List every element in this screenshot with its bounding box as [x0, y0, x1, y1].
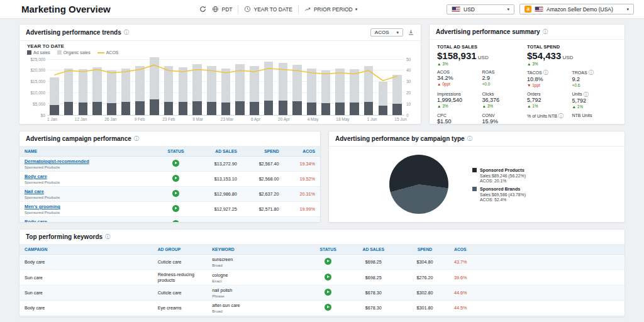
status-cell: [158, 157, 194, 172]
trend-chart: $25,000$20,000$15,000$10,000$5,000$0 504…: [19, 55, 421, 116]
summary-metric: Unitsⓘ5,792▲ 1%: [572, 92, 618, 109]
x-axis-tick-label: 20 Apr: [278, 117, 290, 121]
acos-cell: 40.1%: [449, 316, 625, 317]
download-icon[interactable]: [408, 29, 414, 36]
info-icon[interactable]: ⓘ: [134, 136, 140, 142]
column-header[interactable]: SPEND: [242, 147, 284, 157]
keywords-table: CAMPAIGNAD GROUPKEYWORDSTATUSAD SALESSPE…: [19, 245, 625, 316]
column-header[interactable]: SPEND: [401, 245, 449, 255]
keywords-card: Top performing keywords ⓘ CAMPAIGNAD GRO…: [19, 229, 625, 317]
currency-value: USD: [464, 6, 475, 13]
campaign-type-label: Sponsored Products: [25, 210, 153, 214]
divider: [238, 5, 238, 13]
info-icon[interactable]: ⓘ: [105, 234, 111, 240]
legend-sales: Sales:$89,246 (56.22%): [480, 174, 526, 178]
row-1: Advertising performance trends ⓘ ACOS ▾ …: [19, 24, 625, 125]
refresh-button[interactable]: [199, 6, 206, 13]
status-enabled-icon: [172, 190, 179, 197]
divider: [298, 5, 299, 13]
y-axis-tick-label: $25,000: [31, 57, 46, 62]
campaign-link[interactable]: Body care: [25, 174, 47, 179]
metric-select-value: ACOS: [375, 30, 389, 35]
chart-legend: Ad salesOrganic salesACOS: [27, 50, 413, 55]
column-header[interactable]: STATUS: [310, 245, 347, 255]
legend-acos: ACOS: 20.1%: [480, 179, 526, 183]
keyword-cell: cologneExact: [207, 270, 310, 286]
acos-cell: 44.6%: [449, 286, 625, 301]
status-cell: [310, 270, 347, 286]
metric-delta: +0.0: [482, 82, 528, 86]
summary-metric: TACOSⓘ10.8%▼ 1ppt: [527, 70, 572, 87]
metric-label: NTB Units: [572, 113, 618, 118]
info-icon[interactable]: ⓘ: [543, 29, 548, 35]
acos-cell: 20.31%: [284, 187, 320, 202]
column-header[interactable]: ACOS: [449, 245, 625, 255]
spend-cell: $2,568.00: [242, 172, 284, 187]
timezone-control[interactable]: PDT: [212, 6, 232, 13]
status-enabled-icon: [325, 304, 331, 311]
column-header[interactable]: STATUS: [158, 147, 194, 157]
metric-value: 2.9: [482, 75, 528, 81]
metric-label: ACOS: [437, 70, 482, 74]
account-select[interactable]: a Amazon Seller Demo (USA) ▾: [519, 4, 634, 14]
acos-cell: 19.99%: [284, 202, 320, 217]
y-axis-tick-label: 0: [406, 113, 409, 118]
chart-period-label: YEAR TO DATE: [27, 43, 413, 49]
status-enabled-icon: [172, 205, 179, 212]
metric-delta: ▲ 1%: [527, 104, 572, 108]
match-type-label: Phrase: [212, 294, 305, 298]
y-axis-left: $25,000$20,000$15,000$10,000$5,000$0: [26, 57, 47, 116]
info-icon[interactable]: ⓘ: [543, 70, 549, 75]
card-title: Advertising performance summary: [436, 28, 540, 35]
legend-name: Sponsored Brands: [480, 186, 526, 192]
status-cell: [310, 316, 347, 317]
match-type-label: Exact: [212, 279, 305, 283]
metric-value: 5,792: [527, 97, 572, 103]
campaign-row: Dermatologist-recommendedSponsored Produ…: [19, 157, 320, 172]
x-axis-tick-label: 15 Jun: [394, 117, 407, 121]
metric-select[interactable]: ACOS ▾: [370, 28, 403, 36]
column-header[interactable]: AD GROUP: [153, 245, 208, 255]
campaign-cell: Body care: [19, 301, 153, 316]
currency-select[interactable]: USD ▾: [447, 4, 514, 14]
metric-value: 5,792: [572, 97, 618, 104]
account-value: Amazon Seller Demo (USA): [547, 6, 613, 13]
column-header[interactable]: ACOS: [284, 147, 320, 157]
metric-delta: ▼ 1ppt: [527, 83, 572, 87]
column-header[interactable]: AD SALES: [194, 147, 242, 157]
column-header[interactable]: CAMPAIGN: [19, 245, 153, 255]
comparison-select[interactable]: PRIOR PERIOD ▾: [304, 6, 357, 13]
summary-big-metric: TOTAL SPEND$54,433 USD▲ 3%: [527, 44, 617, 66]
legend-item: Ad sales: [27, 50, 50, 55]
status-cell: [310, 255, 347, 270]
x-axis-tick-label: 18 May: [336, 117, 349, 121]
legend-item: ACOS: [97, 50, 119, 55]
keyword-text: cologne: [212, 272, 305, 278]
status-enabled-icon: [325, 289, 331, 296]
campaign-link[interactable]: Men's grooming: [25, 204, 60, 209]
metric-value: [527, 119, 572, 125]
campaign-row: Body careSponsored Products$13,153.10$2,…: [19, 172, 320, 187]
status-cell: [310, 301, 347, 316]
date-range-label: YEAR TO DATE: [253, 6, 292, 13]
info-icon[interactable]: ⓘ: [558, 113, 564, 119]
metric-value: $54,433 USD: [527, 50, 617, 61]
acos-cell: 19.34%: [284, 157, 320, 172]
campaign-link[interactable]: Body care: [25, 219, 47, 223]
column-header[interactable]: KEYWORD: [207, 245, 310, 255]
info-icon[interactable]: ⓘ: [583, 92, 589, 97]
column-header[interactable]: NAME: [19, 147, 158, 157]
info-icon[interactable]: ⓘ: [467, 136, 473, 142]
status-enabled-icon: [172, 175, 179, 182]
date-range-control[interactable]: YEAR TO DATE: [244, 6, 292, 13]
column-header[interactable]: AD SALES: [346, 245, 401, 255]
amazon-icon: a: [525, 6, 531, 13]
campaign-link[interactable]: Nail care: [25, 189, 44, 194]
metric-delta: ▲ 3%: [437, 104, 482, 108]
info-icon[interactable]: ⓘ: [124, 30, 130, 35]
acos-cell: 44.5%: [449, 301, 625, 316]
ad-sales-cell: $698.25: [346, 255, 401, 270]
legend-swatch: [472, 168, 477, 172]
campaign-link[interactable]: Dermatologist-recommended: [25, 158, 89, 164]
info-icon[interactable]: ⓘ: [589, 70, 594, 75]
